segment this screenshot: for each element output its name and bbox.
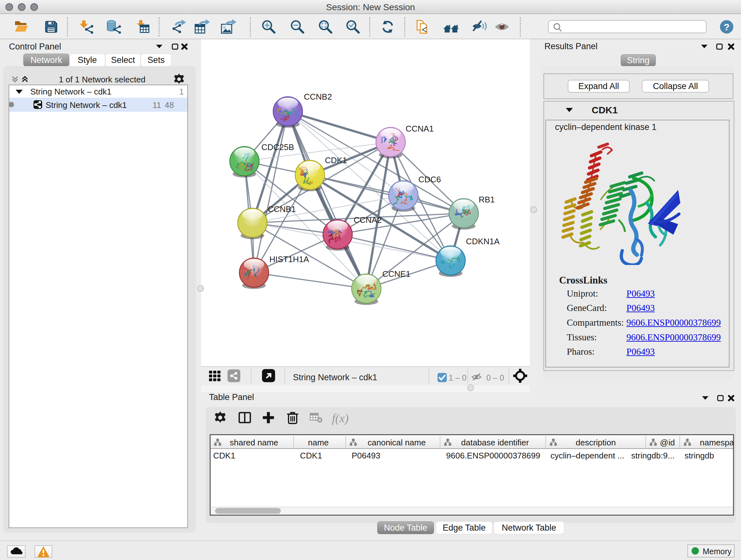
svg-text:CCNA1: CCNA1 (406, 124, 434, 133)
svg-text:CCNB2: CCNB2 (304, 92, 332, 102)
svg-text:CCNA2: CCNA2 (354, 215, 382, 225)
svg-text:CCNE1: CCNE1 (382, 269, 410, 279)
svg-text:CDKN1A: CDKN1A (466, 237, 500, 246)
svg-text:RB1: RB1 (479, 195, 495, 204)
svg-text:HIST1H1A: HIST1H1A (269, 254, 309, 264)
svg-text:CDC25B: CDC25B (261, 142, 294, 152)
svg-text:CCNB1: CCNB1 (268, 204, 296, 214)
svg-text:CDK1: CDK1 (325, 155, 347, 165)
svg-text:CDC6: CDC6 (418, 175, 441, 184)
